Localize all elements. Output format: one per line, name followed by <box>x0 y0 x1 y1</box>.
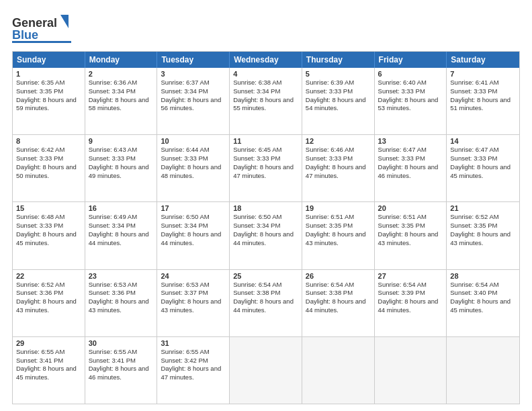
sunrise-text: Sunrise: 6:54 AM <box>378 281 443 289</box>
sunrise-text: Sunrise: 6:55 AM <box>161 348 226 357</box>
empty-cell <box>447 337 519 404</box>
daylight-text: Daylight: 8 hours and 43 minutes. <box>89 298 154 315</box>
week-row-5: 29Sunrise: 6:55 AMSunset: 3:41 PMDayligh… <box>13 336 519 404</box>
day-cell-27: 27Sunrise: 6:54 AMSunset: 3:39 PMDayligh… <box>375 270 447 336</box>
header-day-sunday: Sunday <box>13 52 85 68</box>
header-day-thursday: Thursday <box>302 52 375 68</box>
daylight-text: Daylight: 8 hours and 44 minutes. <box>378 298 443 315</box>
day-cell-5: 5Sunrise: 6:39 AMSunset: 3:33 PMDaylight… <box>302 68 375 134</box>
daylight-text: Daylight: 8 hours and 43 minutes. <box>378 230 443 248</box>
daylight-text: Daylight: 8 hours and 45 minutes. <box>450 163 516 181</box>
sunrise-text: Sunrise: 6:55 AM <box>89 348 154 357</box>
sunset-text: Sunset: 3:33 PM <box>16 222 81 230</box>
svg-marker-1 <box>60 15 69 28</box>
day-number: 1 <box>16 70 81 78</box>
sunrise-text: Sunrise: 6:36 AM <box>89 79 154 87</box>
header-day-friday: Friday <box>375 52 447 68</box>
sunset-text: Sunset: 3:35 PM <box>378 222 443 230</box>
day-number: 27 <box>378 272 443 280</box>
empty-cell <box>230 337 302 404</box>
sunset-text: Sunset: 3:38 PM <box>306 289 371 298</box>
sunset-text: Sunset: 3:34 PM <box>233 222 298 230</box>
sunset-text: Sunset: 3:38 PM <box>233 289 298 298</box>
day-number: 28 <box>450 272 516 280</box>
day-cell-25: 25Sunrise: 6:54 AMSunset: 3:38 PMDayligh… <box>230 270 302 336</box>
sunrise-text: Sunrise: 6:50 AM <box>233 213 298 222</box>
daylight-text: Daylight: 8 hours and 47 minutes. <box>306 163 371 181</box>
day-cell-6: 6Sunrise: 6:40 AMSunset: 3:33 PMDaylight… <box>375 68 447 134</box>
sunrise-text: Sunrise: 6:53 AM <box>161 281 226 289</box>
daylight-text: Daylight: 8 hours and 59 minutes. <box>16 96 81 113</box>
day-cell-20: 20Sunrise: 6:51 AMSunset: 3:35 PMDayligh… <box>375 202 447 269</box>
day-number: 16 <box>89 204 154 212</box>
sunrise-text: Sunrise: 6:54 AM <box>306 281 371 289</box>
daylight-text: Daylight: 8 hours and 56 minutes. <box>161 96 226 113</box>
day-cell-4: 4Sunrise: 6:38 AMSunset: 3:34 PMDaylight… <box>230 68 302 134</box>
day-number: 10 <box>161 137 226 145</box>
day-number: 15 <box>16 204 81 212</box>
daylight-text: Daylight: 8 hours and 55 minutes. <box>233 96 298 113</box>
sunrise-text: Sunrise: 6:47 AM <box>450 146 516 154</box>
day-number: 12 <box>306 137 371 145</box>
day-cell-18: 18Sunrise: 6:50 AMSunset: 3:34 PMDayligh… <box>230 202 302 269</box>
day-number: 5 <box>306 70 371 78</box>
day-number: 25 <box>233 272 298 280</box>
sunset-text: Sunset: 3:34 PM <box>89 222 154 230</box>
daylight-text: Daylight: 8 hours and 44 minutes. <box>306 298 371 315</box>
daylight-text: Daylight: 8 hours and 44 minutes. <box>233 230 298 248</box>
day-number: 4 <box>233 70 298 78</box>
sunset-text: Sunset: 3:33 PM <box>233 154 298 163</box>
sunset-text: Sunset: 3:36 PM <box>89 289 154 298</box>
day-cell-2: 2Sunrise: 6:36 AMSunset: 3:34 PMDaylight… <box>85 68 158 134</box>
sunset-text: Sunset: 3:33 PM <box>306 87 371 96</box>
header-day-monday: Monday <box>85 52 158 68</box>
svg-text:General: General <box>12 16 57 30</box>
daylight-text: Daylight: 8 hours and 43 minutes. <box>306 230 371 248</box>
daylight-text: Daylight: 8 hours and 49 minutes. <box>89 163 154 181</box>
sunset-text: Sunset: 3:33 PM <box>450 154 516 163</box>
sunset-text: Sunset: 3:37 PM <box>161 289 226 298</box>
daylight-text: Daylight: 8 hours and 45 minutes. <box>16 365 81 382</box>
sunrise-text: Sunrise: 6:52 AM <box>450 213 516 222</box>
day-number: 24 <box>161 272 226 280</box>
daylight-text: Daylight: 8 hours and 43 minutes. <box>450 230 516 248</box>
day-number: 17 <box>161 204 226 212</box>
day-number: 31 <box>161 339 226 347</box>
sunrise-text: Sunrise: 6:53 AM <box>89 281 154 289</box>
day-cell-7: 7Sunrise: 6:41 AMSunset: 3:33 PMDaylight… <box>447 68 519 134</box>
day-cell-21: 21Sunrise: 6:52 AMSunset: 3:35 PMDayligh… <box>447 202 519 269</box>
sunset-text: Sunset: 3:34 PM <box>161 87 226 96</box>
daylight-text: Daylight: 8 hours and 47 minutes. <box>161 365 226 382</box>
sunrise-text: Sunrise: 6:39 AM <box>306 79 371 87</box>
calendar-header: SundayMondayTuesdayWednesdayThursdayFrid… <box>13 52 519 68</box>
daylight-text: Daylight: 8 hours and 45 minutes. <box>450 298 516 315</box>
empty-cell <box>302 337 375 404</box>
sunset-text: Sunset: 3:34 PM <box>89 87 154 96</box>
day-number: 21 <box>450 204 516 212</box>
week-row-2: 8Sunrise: 6:42 AMSunset: 3:33 PMDaylight… <box>13 134 519 201</box>
sunrise-text: Sunrise: 6:50 AM <box>161 213 226 222</box>
sunrise-text: Sunrise: 6:48 AM <box>16 213 81 222</box>
day-cell-11: 11Sunrise: 6:45 AMSunset: 3:33 PMDayligh… <box>230 135 302 201</box>
day-cell-12: 12Sunrise: 6:46 AMSunset: 3:33 PMDayligh… <box>302 135 375 201</box>
daylight-text: Daylight: 8 hours and 44 minutes. <box>89 230 154 248</box>
daylight-text: Daylight: 8 hours and 51 minutes. <box>450 96 516 113</box>
sunset-text: Sunset: 3:34 PM <box>233 87 298 96</box>
day-number: 3 <box>161 70 226 78</box>
day-cell-8: 8Sunrise: 6:42 AMSunset: 3:33 PMDaylight… <box>13 135 85 201</box>
calendar-body: 1Sunrise: 6:35 AMSunset: 3:35 PMDaylight… <box>13 68 519 404</box>
sunset-text: Sunset: 3:35 PM <box>16 87 81 96</box>
week-row-4: 22Sunrise: 6:52 AMSunset: 3:36 PMDayligh… <box>13 269 519 336</box>
day-cell-17: 17Sunrise: 6:50 AMSunset: 3:34 PMDayligh… <box>157 202 230 269</box>
header-day-wednesday: Wednesday <box>230 52 302 68</box>
sunset-text: Sunset: 3:35 PM <box>450 222 516 230</box>
sunset-text: Sunset: 3:41 PM <box>16 357 81 365</box>
sunrise-text: Sunrise: 6:37 AM <box>161 79 226 87</box>
daylight-text: Daylight: 8 hours and 58 minutes. <box>89 96 154 113</box>
day-cell-23: 23Sunrise: 6:53 AMSunset: 3:36 PMDayligh… <box>85 270 158 336</box>
sunrise-text: Sunrise: 6:44 AM <box>161 146 226 154</box>
day-cell-26: 26Sunrise: 6:54 AMSunset: 3:38 PMDayligh… <box>302 270 375 336</box>
sunset-text: Sunset: 3:33 PM <box>378 87 443 96</box>
day-cell-13: 13Sunrise: 6:47 AMSunset: 3:33 PMDayligh… <box>375 135 447 201</box>
daylight-text: Daylight: 8 hours and 44 minutes. <box>233 298 298 315</box>
